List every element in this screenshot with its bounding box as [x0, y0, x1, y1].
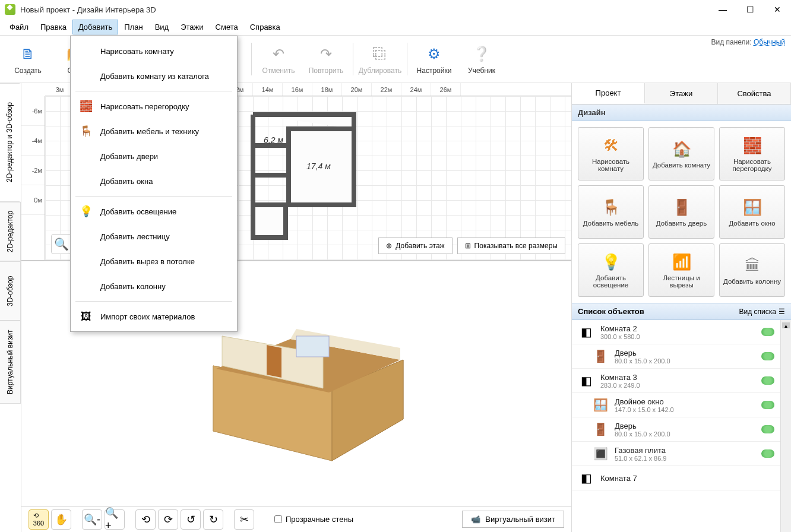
dd-item[interactable]: Добавить двери: [71, 144, 237, 169]
rtab-проект[interactable]: Проект: [572, 83, 645, 104]
virtual-visit-button[interactable]: 📹Виртуальный визит: [462, 511, 564, 528]
add-menu-dropdown[interactable]: Нарисовать комнатуДобавить комнату из ка…: [70, 36, 238, 332]
door-icon: 🚪: [592, 348, 609, 365]
dd-item[interactable]: Добавить колонну: [71, 274, 237, 299]
bb-hand[interactable]: ✋: [51, 509, 71, 530]
vertical-tabs: 2D-редактор и 3D-обзор2D-редактор3D-обзо…: [0, 83, 21, 532]
dd-item[interactable]: Добавить комнату из каталога: [71, 64, 237, 88]
bulb-icon: 💡: [601, 252, 621, 272]
bb-360[interactable]: ⟲360: [29, 509, 49, 530]
design-door[interactable]: 🚪Добавить дверь: [648, 185, 714, 239]
objects-list[interactable]: ◧Комната 2300.0 x 580.0🚪Дверь80.0 x 15.0…: [572, 320, 780, 532]
maximize-button[interactable]: ☐: [736, 0, 764, 19]
bb-rot-dr[interactable]: ↻: [203, 509, 223, 530]
bb-zoom-out[interactable]: 🔍-: [82, 509, 102, 530]
object-item[interactable]: ◧Комната 2300.0 x 580.0: [572, 320, 780, 344]
menu-план[interactable]: План: [118, 20, 148, 34]
object-item[interactable]: 🚪Дверь80.0 x 15.0 x 200.0: [572, 344, 780, 369]
vtab-0[interactable]: 2D-редактор и 3D-обзор: [0, 83, 21, 202]
bottom-toolbar: ⟲360✋🔍-🔍+⟲⟳↺↻✂ Прозрачные стены📹Виртуаль…: [21, 506, 571, 532]
design-chair[interactable]: 🪑Добавить мебель: [578, 185, 644, 239]
dd-item[interactable]: Нарисовать комнату: [71, 39, 237, 64]
bb-rot-r[interactable]: ⟳: [158, 509, 178, 530]
design-tools[interactable]: 🛠Нарисовать комнату: [578, 127, 644, 180]
bb-rot-dl[interactable]: ↺: [181, 509, 201, 530]
tool-отменить: ↶Отменить: [255, 39, 302, 80]
vtab-1[interactable]: 2D-редактор: [0, 202, 21, 261]
list-view-mode-button[interactable]: Вид списка ☰: [739, 308, 785, 316]
room-icon: ◧: [578, 324, 594, 340]
dd-item[interactable]: 🪑Добавить мебель и технику: [71, 119, 237, 144]
menu-добавить[interactable]: Добавить: [72, 20, 118, 34]
dd-item[interactable]: 💡Добавить освещение: [71, 199, 237, 224]
dd-item[interactable]: Добавить окна: [71, 169, 237, 194]
bb-zoom-in[interactable]: 🔍+: [105, 509, 125, 530]
visibility-toggle[interactable]: [761, 449, 774, 458]
menu-справка[interactable]: Справка: [244, 20, 286, 34]
tool-учебник[interactable]: ❔Учебник: [458, 39, 505, 80]
add-floor-button[interactable]: ⊕Добавить этаж: [378, 238, 452, 254]
visibility-toggle[interactable]: [761, 401, 774, 409]
design-tools-grid: 🛠Нарисовать комнату🏠Добавить комнату🧱Нар…: [572, 121, 791, 303]
object-item[interactable]: ◧Комната 7: [572, 466, 780, 490]
blank-icon: [79, 149, 93, 163]
window-icon: 🪟: [742, 197, 762, 217]
room-icon: ◧: [578, 372, 594, 389]
objects-scrollbar[interactable]: ▴: [780, 320, 791, 532]
object-item[interactable]: ◧Комната 3283.0 x 249.0: [572, 369, 780, 393]
bb-scissors[interactable]: ✂: [234, 509, 254, 530]
design-window[interactable]: 🪟Добавить окно: [719, 185, 785, 239]
window-title: Новый проект - Дизайн Интерьера 3D: [20, 5, 156, 14]
svg-rect-7: [296, 336, 329, 357]
menu-правка[interactable]: Правка: [34, 20, 72, 34]
camera-icon: 📹: [471, 515, 480, 524]
tools-icon: 🛠: [601, 135, 621, 156]
object-item[interactable]: 🚪Дверь80.0 x 15.0 x 200.0: [572, 417, 780, 442]
tool-дублировать: ⿻Дублировать: [357, 39, 403, 80]
list-mode-icon: ☰: [779, 308, 785, 316]
vtab-2[interactable]: 3D-обзор: [0, 261, 21, 321]
design-bulb[interactable]: 💡Добавить освещение: [578, 243, 644, 297]
bb-rot-l[interactable]: ⟲: [135, 509, 156, 530]
visibility-toggle[interactable]: [761, 352, 774, 360]
gear-icon: ⚙: [424, 44, 444, 64]
vtab-3[interactable]: Виртуальный визит: [0, 321, 21, 404]
transparent-walls-checkbox[interactable]: Прозрачные стены: [274, 515, 353, 524]
rtab-этажи[interactable]: Этажи: [645, 83, 718, 104]
door-icon: 🚪: [672, 197, 692, 217]
object-item[interactable]: 🪟Двойное окно147.0 x 15.0 x 142.0: [572, 393, 780, 417]
dd-item[interactable]: Добавить вырез в потолке: [71, 249, 237, 274]
visibility-toggle[interactable]: [761, 328, 774, 336]
dimensions-icon: ⊞: [465, 242, 471, 250]
zoom-tool-icon[interactable]: 🔍: [51, 234, 71, 254]
titlebar: Новый проект - Дизайн Интерьера 3D — ☐ ✕: [0, 0, 791, 19]
minimize-button[interactable]: —: [709, 0, 736, 19]
visibility-toggle[interactable]: [761, 425, 774, 433]
tool-настройки[interactable]: ⚙Настройки: [411, 39, 457, 80]
dd-item[interactable]: Добавить лестницу: [71, 224, 237, 249]
rtab-свойства[interactable]: Свойства: [718, 83, 791, 104]
objects-header-label: Список объектов: [578, 307, 644, 316]
dd-item[interactable]: 🖼Импорт своих материалов: [71, 304, 237, 329]
show-sizes-button[interactable]: ⊞Показывать все размеры: [457, 238, 565, 254]
floorplan-drawing[interactable]: 6,2 м 17,4 м: [247, 110, 366, 240]
room-area-label: 6,2 м: [264, 135, 283, 145]
menu-этажи[interactable]: Этажи: [175, 20, 209, 34]
design-brick[interactable]: 🧱Нарисовать перегородку: [719, 127, 785, 180]
menu-смета[interactable]: Смета: [210, 20, 244, 34]
visibility-toggle[interactable]: [761, 376, 774, 385]
ruler-vertical: -6м-4м-2м0м: [21, 96, 45, 260]
design-column[interactable]: 🏛Добавить колонну: [719, 243, 785, 297]
stove-icon: 🔳: [592, 445, 609, 462]
menu-файл[interactable]: Файл: [4, 20, 34, 34]
design-stairs[interactable]: 📶Лестницы и вырезы: [648, 243, 714, 297]
menu-вид[interactable]: Вид: [149, 20, 175, 34]
window-icon: 🪟: [592, 397, 609, 413]
tool-создать[interactable]: 🗎Создать: [5, 39, 51, 80]
object-item[interactable]: 🔳Газовая плита51.0 x 62.1 x 86.9: [572, 442, 780, 466]
design-house[interactable]: 🏠Добавить комнату: [648, 127, 714, 180]
dd-item[interactable]: 🧱Нарисовать перегородку: [71, 94, 237, 119]
close-button[interactable]: ✕: [764, 0, 791, 19]
chair-icon: 🪑: [79, 124, 93, 138]
panel-mode-link[interactable]: Обычный: [754, 38, 785, 46]
